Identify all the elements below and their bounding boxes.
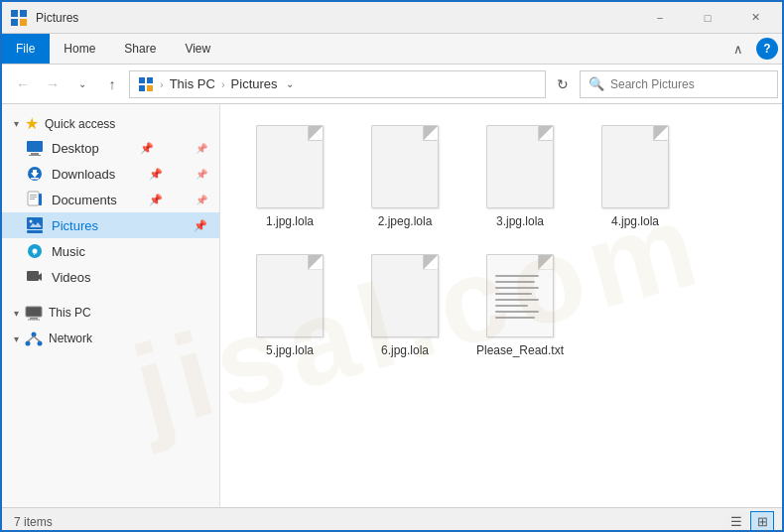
downloads-icon	[26, 165, 44, 183]
ribbon-chevron-area: ∧ ?	[717, 34, 784, 64]
address-path[interactable]: › This PC › Pictures ⌄	[129, 70, 546, 98]
sidebar-item-music[interactable]: ♪ Music	[2, 238, 219, 264]
quick-access-header[interactable]: ▾ ★ Quick access	[2, 108, 219, 135]
nav-dropdown-button[interactable]: ⌄	[69, 71, 95, 97]
svg-rect-19	[27, 217, 43, 229]
pin-icon-documents: 📌	[149, 194, 163, 206]
svg-rect-9	[31, 153, 39, 155]
quick-access-label: Quick access	[45, 117, 115, 131]
sidebar: ▾ ★ Quick access Desktop 📌	[2, 104, 220, 507]
svg-rect-28	[26, 307, 42, 317]
sidebar-item-desktop[interactable]: Desktop 📌	[2, 135, 219, 161]
svg-rect-18	[39, 194, 42, 205]
network-icon	[25, 330, 43, 347]
svg-rect-4	[139, 77, 145, 83]
file-name: 3.jpg.lola	[496, 214, 544, 230]
items-count: 7 items	[14, 515, 53, 529]
this-pc-header[interactable]: ▾ This PC	[2, 298, 219, 324]
svg-point-32	[26, 341, 31, 346]
svg-rect-2	[11, 19, 18, 26]
this-pc-icon	[25, 304, 43, 322]
music-icon: ♪	[26, 242, 44, 260]
file-name: Please_Read.txt	[476, 343, 564, 359]
svg-rect-30	[28, 320, 40, 321]
ribbon-tabs: File Home Share View ∧ ?	[2, 34, 784, 64]
sidebar-desktop-label: Desktop	[52, 141, 99, 156]
path-end-dropdown[interactable]: ⌄	[286, 78, 294, 89]
sidebar-spacer	[2, 290, 219, 298]
file-item[interactable]: 4.jpg.lola	[582, 116, 689, 237]
window-icon	[10, 8, 30, 28]
file-icon	[254, 252, 326, 339]
svg-rect-0	[11, 10, 18, 17]
sidebar-pictures-label: Pictures	[52, 218, 98, 233]
tab-file[interactable]: File	[2, 34, 50, 64]
help-button[interactable]: ?	[756, 38, 778, 60]
files-grid: 1.jpg.lola 2.jpeg.lola	[236, 116, 770, 365]
svg-point-33	[38, 341, 43, 346]
svg-rect-29	[30, 318, 38, 320]
search-box[interactable]: 🔍	[580, 70, 778, 98]
svg-line-34	[28, 336, 34, 341]
refresh-button[interactable]: ↻	[550, 71, 576, 97]
tab-home[interactable]: Home	[50, 34, 110, 64]
sidebar-item-downloads[interactable]: Downloads 📌	[2, 161, 219, 187]
maximize-button[interactable]: □	[685, 2, 730, 34]
svg-rect-5	[147, 77, 153, 83]
file-item[interactable]: 2.jpeg.lola	[351, 116, 458, 237]
ribbon: File Home Share View ∧ ?	[2, 34, 784, 65]
close-button[interactable]: ✕	[732, 2, 778, 34]
up-button[interactable]: ↑	[99, 71, 125, 97]
sidebar-music-label: Music	[52, 244, 85, 259]
videos-icon	[26, 268, 44, 286]
search-input[interactable]	[610, 77, 769, 91]
pin-icon-downloads: 📌	[149, 168, 163, 181]
tab-view[interactable]: View	[171, 34, 225, 64]
forward-button[interactable]: →	[40, 71, 65, 97]
pin-icon-desktop: 📌	[140, 142, 154, 155]
file-icon	[254, 123, 326, 210]
file-name: 4.jpg.lola	[611, 214, 659, 230]
back-button[interactable]: ←	[10, 71, 36, 97]
ribbon-collapse-button[interactable]: ∧	[724, 35, 752, 63]
sidebar-item-documents[interactable]: Documents 📌	[2, 187, 219, 212]
sidebar-item-pictures[interactable]: Pictures 📌	[2, 212, 219, 238]
file-item[interactable]: 6.jpg.lola	[351, 245, 458, 366]
pin-icon-pictures: 📌	[194, 219, 207, 232]
file-item[interactable]: Please_Read.txt	[466, 245, 574, 366]
file-item[interactable]: 1.jpg.lola	[236, 116, 343, 237]
file-icon	[484, 123, 556, 210]
file-icon	[599, 123, 671, 210]
sidebar-videos-label: Videos	[52, 270, 91, 285]
file-icon	[484, 252, 556, 339]
file-icon	[369, 123, 441, 210]
star-icon: ★	[25, 114, 39, 133]
svg-rect-7	[147, 85, 153, 91]
svg-rect-16	[30, 197, 37, 198]
path-icon	[138, 76, 154, 92]
large-icons-view-button[interactable]: ⊞	[750, 511, 774, 533]
path-pictures[interactable]: Pictures	[231, 76, 278, 91]
list-view-button[interactable]: ☰	[724, 511, 748, 533]
svg-point-22	[30, 220, 33, 223]
svg-rect-26	[27, 271, 39, 281]
tab-share[interactable]: Share	[110, 34, 171, 64]
this-pc-label: This PC	[49, 306, 91, 320]
address-bar: ← → ⌄ ↑ › This PC › Pictures ⌄ ↻ 🔍	[2, 65, 784, 104]
content-area: 1.jpg.lola 2.jpeg.lola	[220, 104, 784, 507]
pictures-icon	[26, 216, 44, 234]
window-title: Pictures	[36, 11, 637, 25]
svg-marker-27	[39, 273, 42, 281]
path-this-pc[interactable]: This PC	[170, 76, 215, 91]
minimize-button[interactable]: −	[637, 2, 683, 34]
file-name: 5.jpg.lola	[266, 343, 314, 359]
file-name: 6.jpg.lola	[381, 343, 429, 359]
main-layout: ▾ ★ Quick access Desktop 📌	[2, 104, 784, 507]
file-item[interactable]: 3.jpg.lola	[466, 116, 574, 237]
documents-icon	[26, 191, 44, 208]
sidebar-item-videos[interactable]: Videos	[2, 264, 219, 290]
window-controls: − □ ✕	[637, 2, 778, 34]
status-bar: 7 items ☰ ⊞	[2, 507, 784, 532]
file-item[interactable]: 5.jpg.lola	[236, 245, 343, 366]
network-header[interactable]: ▾ Network	[2, 324, 219, 349]
